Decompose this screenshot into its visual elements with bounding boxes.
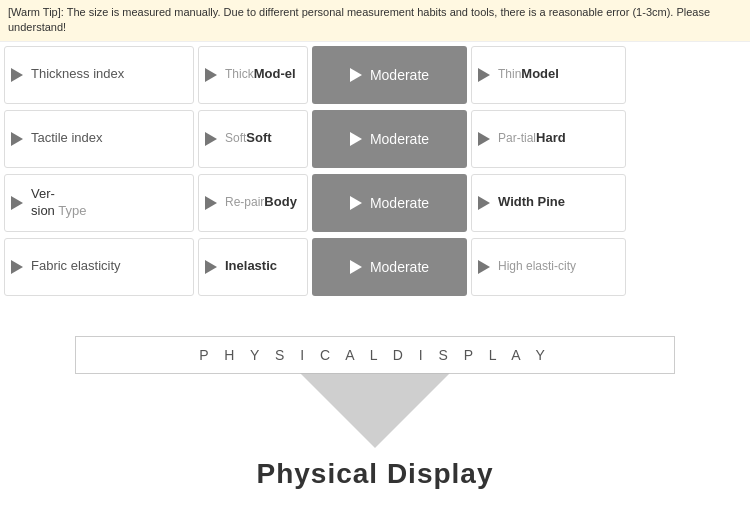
play-icon-fabric-moderate [350,260,362,274]
triangle-icon [300,373,450,448]
play-icon-fabric-opt2 [478,260,490,274]
option2-sel-thickness: Model [521,66,559,83]
play-icon-tactile-opt1 [205,132,217,146]
cell-option1-tactile[interactable]: Soft Soft [198,110,308,168]
cell-option1-thickness[interactable]: Thick Mod-el [198,46,308,104]
cell-label-fabric[interactable]: Fabric elasticity [4,238,194,296]
physical-display-section: P H Y S I C A L D I S P L A Y Physical D… [0,336,750,490]
moderate-text-thickness: Moderate [370,66,429,84]
warm-tip-bar: [Warm Tip]: The size is measured manuall… [0,0,750,42]
label-text-fabric: Fabric elasticity [31,258,121,275]
option1-dim-version: Re-pair [225,195,264,211]
attribute-row-fabric: Fabric elasticityInelasticModerateHigh e… [4,238,746,296]
cell-label-thickness[interactable]: Thickness index [4,46,194,104]
cell-label-tactile[interactable]: Tactile index [4,110,194,168]
cell-option2-tactile[interactable]: Par-tial Hard [471,110,626,168]
cell-label-version[interactable]: Ver-sion Type [4,174,194,232]
option1-dim-tactile: Soft [225,131,246,147]
label-text-tactile: Tactile index [31,130,103,147]
attribute-row-thickness: Thickness indexThick Mod-elModerateThin … [4,46,746,104]
play-icon-thickness-opt1 [205,68,217,82]
cell-option1-version[interactable]: Re-pair Body [198,174,308,232]
play-icon-thickness-label [11,68,23,82]
play-icon-thickness-moderate [350,68,362,82]
cell-option1-fabric[interactable]: Inelastic [198,238,308,296]
physical-display-banner-text: P H Y S I C A L D I S P L A Y [199,347,550,363]
option2-sel-version: Width Pine [498,194,565,211]
physical-display-banner: P H Y S I C A L D I S P L A Y [75,336,675,374]
moderate-text-version: Moderate [370,194,429,212]
cell-moderate-thickness[interactable]: Moderate [312,46,467,104]
play-icon-fabric-opt1 [205,260,217,274]
play-icon-version-opt1 [205,196,217,210]
option1-sel-tactile: Soft [246,130,271,147]
cell-moderate-version[interactable]: Moderate [312,174,467,232]
option1-sel-version: Body [264,194,297,211]
cell-moderate-tactile[interactable]: Moderate [312,110,467,168]
option1-dim-thickness: Thick [225,67,254,83]
play-icon-tactile-moderate [350,132,362,146]
play-icon-version-moderate [350,196,362,210]
warm-tip-text: [Warm Tip]: The size is measured manuall… [8,6,710,33]
option2-dim-thickness: Thin [498,67,521,83]
physical-display-title: Physical Display [256,458,493,490]
cell-moderate-fabric[interactable]: Moderate [312,238,467,296]
moderate-text-fabric: Moderate [370,258,429,276]
cell-option2-thickness[interactable]: Thin Model [471,46,626,104]
play-icon-tactile-opt2 [478,132,490,146]
play-icon-thickness-opt2 [478,68,490,82]
option2-sel-tactile: Hard [536,130,566,147]
play-icon-tactile-label [11,132,23,146]
version-label-text: Ver-sion Type [31,186,86,220]
triangle-container [75,373,675,448]
play-icon-version-label [11,196,23,210]
label-text-thickness: Thickness index [31,66,124,83]
attribute-row-tactile: Tactile indexSoft SoftModeratePar-tial H… [4,110,746,168]
attribute-row-version: Ver-sion TypeRe-pair BodyModerateWidth P… [4,174,746,232]
option1-sel-thickness: Mod-el [254,66,296,83]
option2-dim-fabric: High elasti-city [498,259,576,275]
cell-option2-version[interactable]: Width Pine [471,174,626,232]
moderate-text-tactile: Moderate [370,130,429,148]
play-icon-fabric-label [11,260,23,274]
option1-sel-fabric: Inelastic [225,258,277,275]
option2-dim-tactile: Par-tial [498,131,536,147]
cell-option2-fabric[interactable]: High elasti-city [471,238,626,296]
play-icon-version-opt2 [478,196,490,210]
rows-container: Thickness indexThick Mod-elModerateThin … [0,42,750,306]
